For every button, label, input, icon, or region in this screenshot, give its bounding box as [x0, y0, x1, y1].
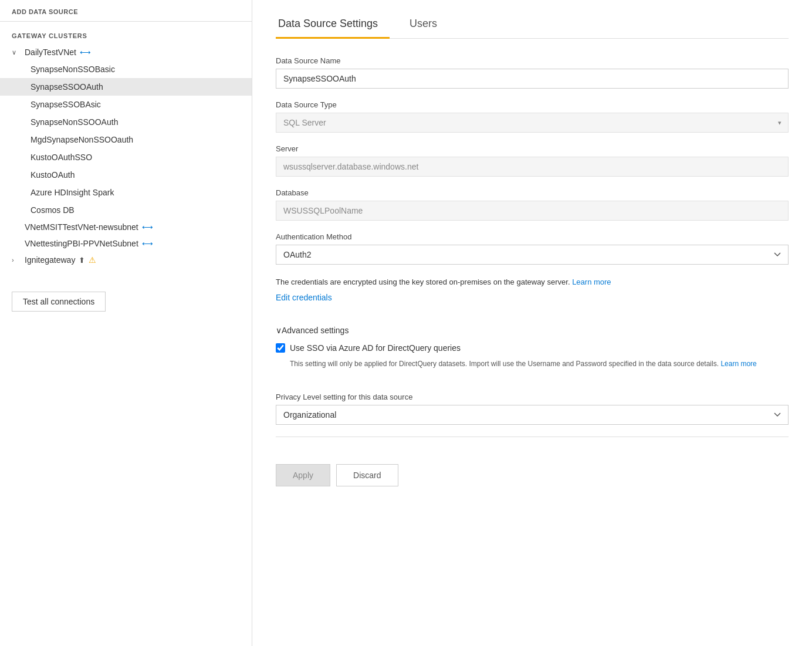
apply-button[interactable]: Apply: [276, 464, 330, 486]
database-input: [276, 201, 789, 221]
datasource-item-synapsessobasic[interactable]: SynapseSSOBAsic: [0, 96, 252, 113]
privacy-level-label: Privacy Level setting for this data sour…: [276, 393, 789, 401]
datasource-name-input[interactable]: [276, 69, 789, 89]
server-input: [276, 157, 789, 177]
upload-icon: ⬆: [79, 256, 85, 265]
privacy-level-section: Privacy Level setting for this data sour…: [276, 393, 789, 425]
gateway-clusters-label: GATEWAY CLUSTERS: [0, 22, 252, 44]
advanced-settings-toggle[interactable]: ∨Advanced settings: [276, 326, 789, 335]
datasource-item-synapsenonssobasic[interactable]: SynapseNonSSOBasic: [0, 60, 252, 78]
datasource-item-synapsessooauth[interactable]: SynapseSSOOAuth: [0, 78, 252, 96]
chevron-down-icon: ▾: [778, 119, 781, 127]
warning-icon: ⚠: [89, 255, 96, 265]
sidebar-bottom: Test all connections: [0, 280, 252, 323]
datasource-item-mgdsynapsenonsooauth[interactable]: MgdSynapseNonSSOOauth: [0, 131, 252, 148]
cluster-item-vnettesting[interactable]: ∨ VNettestingPBI-PPVNetSubnet ⟷: [0, 235, 252, 252]
datasource-item-synapsenonssoauth[interactable]: SynapseNonSSOOAuth: [0, 113, 252, 131]
edit-credentials-link[interactable]: Edit credentials: [276, 293, 332, 302]
credentials-text: The credentials are encrypted using the …: [276, 276, 789, 288]
datasource-type-section: Data Source Type ▾: [276, 100, 789, 133]
auth-method-section: Authentication Method OAuth2 Windows Bas…: [276, 232, 789, 265]
link-icon: ⟷: [142, 223, 153, 232]
auth-method-label: Authentication Method: [276, 232, 789, 241]
action-buttons: Apply Discard: [276, 464, 789, 486]
divider: [276, 437, 789, 437]
advanced-settings-section: ∨Advanced settings Use SSO via Azure AD …: [276, 326, 789, 381]
datasource-name-label: Data Source Name: [276, 56, 789, 65]
add-data-source-label: ADD DATA SOURCE: [0, 0, 252, 22]
auth-method-select[interactable]: OAuth2 Windows Basic: [276, 245, 789, 265]
tab-users[interactable]: Users: [407, 12, 449, 38]
datasource-item-kustooauth[interactable]: KustoOAuth: [0, 166, 252, 184]
link-icon: ⟷: [142, 239, 153, 248]
datasource-type-label: Data Source Type: [276, 100, 789, 109]
database-label: Database: [276, 188, 789, 197]
privacy-level-select[interactable]: Organizational None Private Public: [276, 405, 789, 425]
sso-learn-more-link[interactable]: Learn more: [720, 360, 756, 368]
sso-note: This setting will only be applied for Di…: [290, 358, 789, 369]
chevron-right-icon: ›: [12, 256, 21, 263]
discard-button[interactable]: Discard: [336, 464, 398, 486]
cluster-item-dailytestvnet[interactable]: ∨ DailyTestVNet ⟷: [0, 44, 252, 60]
credentials-section: The credentials are encrypted using the …: [276, 276, 789, 314]
cluster-name: DailyTestVNet: [25, 48, 76, 57]
datasource-item-cosmosdb[interactable]: Cosmos DB: [0, 201, 252, 219]
tab-data-source-settings[interactable]: Data Source Settings: [276, 12, 390, 38]
server-label: Server: [276, 144, 789, 153]
link-icon: ⟷: [80, 48, 91, 57]
datasource-type-input: [276, 113, 789, 133]
sidebar: ADD DATA SOURCE GATEWAY CLUSTERS ∨ Daily…: [0, 0, 252, 646]
chevron-down-icon: ∨: [12, 49, 21, 56]
learn-more-link[interactable]: Learn more: [572, 278, 611, 286]
datasource-item-kustooauthsso[interactable]: KustoOAuthSSO: [0, 148, 252, 166]
main-content: Data Source Settings Users Data Source N…: [252, 0, 812, 646]
cluster-name-ignitegateway: Ignitegateway: [25, 255, 75, 265]
sso-checkbox[interactable]: [276, 343, 285, 353]
server-section: Server: [276, 144, 789, 177]
sso-checkbox-label[interactable]: Use SSO via Azure AD for DirectQuery que…: [290, 343, 461, 353]
datasource-item-azurehdinsightspark[interactable]: Azure HDInsight Spark: [0, 184, 252, 201]
cluster-name-vnettesting: VNettestingPBI-PPVNetSubnet: [25, 239, 138, 248]
test-all-connections-button[interactable]: Test all connections: [12, 292, 106, 312]
cluster-name-vnetmsit: VNetMSITTestVNet-newsubnet: [25, 222, 138, 232]
sso-checkbox-row: Use SSO via Azure AD for DirectQuery que…: [276, 343, 789, 353]
cluster-item-ignitegateway[interactable]: › Ignitegateway ⬆ ⚠: [0, 252, 252, 268]
tabs-container: Data Source Settings Users: [276, 0, 789, 39]
cluster-item-vnetmsit[interactable]: ∨ VNetMSITTestVNet-newsubnet ⟷: [0, 219, 252, 235]
database-section: Database: [276, 188, 789, 221]
datasource-name-section: Data Source Name: [276, 56, 789, 89]
